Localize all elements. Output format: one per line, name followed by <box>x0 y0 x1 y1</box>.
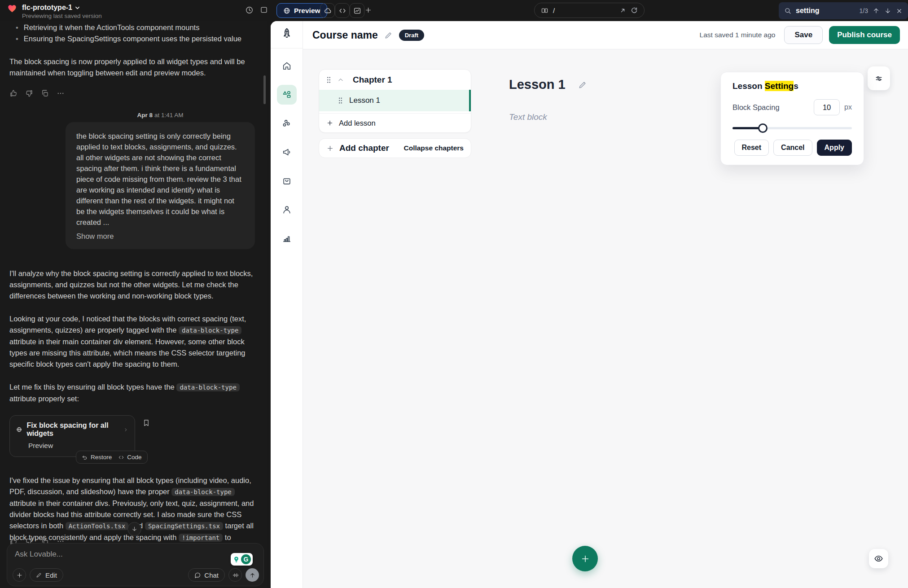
rail-item-home[interactable] <box>277 56 297 76</box>
chapter-row[interactable]: Chapter 1 <box>319 70 471 90</box>
settings-toggle-button[interactable] <box>868 66 890 90</box>
grammarly-widget[interactable]: G <box>231 553 253 566</box>
find-previous-icon[interactable] <box>873 7 880 14</box>
app-sidebar-rail <box>271 21 303 588</box>
rail-item-analytics[interactable] <box>277 228 297 248</box>
undo-icon <box>82 454 88 461</box>
find-close-icon[interactable] <box>896 8 903 14</box>
rail-item-community[interactable] <box>277 114 297 133</box>
collapse-chapter-icon[interactable] <box>338 77 344 83</box>
assistant-paragraph: Let me fix this by ensuring all block ty… <box>9 382 257 404</box>
thumbs-up-icon[interactable] <box>9 89 18 97</box>
chapter-card: Chapter 1 Lesson 1 Add lesson <box>319 69 471 133</box>
preview-toggle-button[interactable] <box>869 549 888 568</box>
rail-item-store[interactable] <box>277 171 297 191</box>
collapse-chapters-button[interactable]: Collapse chapters <box>404 144 464 152</box>
chat-scroll-area[interactable]: •Retrieving it when the ActionTools comp… <box>0 21 267 588</box>
publish-course-button[interactable]: Publish course <box>829 26 900 44</box>
drag-handle-icon[interactable] <box>326 76 331 83</box>
edit-lesson-title-icon[interactable] <box>578 80 587 89</box>
preview-button[interactable]: Preview <box>276 3 327 18</box>
new-tab-plus-icon[interactable] <box>364 6 372 16</box>
lesson-row-selected[interactable]: Lesson 1 <box>319 90 471 111</box>
rail-item-marketing[interactable] <box>277 142 297 162</box>
scroll-to-bottom-button[interactable] <box>127 522 141 536</box>
history-icon[interactable] <box>245 6 254 16</box>
block-spacing-slider[interactable] <box>733 123 852 132</box>
inline-code: data-block-type <box>171 488 234 496</box>
assistant-summary: The block spacing is now properly applie… <box>9 56 257 79</box>
chat-panel: •Retrieving it when the ActionTools comp… <box>0 21 267 588</box>
refresh-icon[interactable] <box>631 7 638 14</box>
url-path[interactable]: / <box>553 7 615 14</box>
bookmark-icon[interactable] <box>142 419 150 429</box>
project-menu[interactable]: flc-prototype-1 Previewing last saved ve… <box>7 4 102 19</box>
chevron-right-icon[interactable] <box>123 427 128 433</box>
course-title: Course name <box>312 29 378 41</box>
copy-icon[interactable] <box>41 89 49 97</box>
apply-button[interactable]: Apply <box>817 140 852 156</box>
edit-mode-button[interactable]: Edit <box>30 568 63 582</box>
project-status: Previewing last saved version <box>22 13 102 19</box>
cancel-button[interactable]: Cancel <box>773 140 812 156</box>
analytics-button[interactable] <box>350 3 364 18</box>
chat-input-placeholder[interactable]: Ask Lovable... <box>15 550 63 559</box>
find-next-icon[interactable] <box>884 7 891 14</box>
chat-mode-button[interactable]: Chat <box>188 568 225 582</box>
user-message-text: the block spacing setting is only correc… <box>76 131 244 228</box>
panel-title: Lesson Settings <box>733 81 852 91</box>
rail-item-content[interactable] <box>277 85 297 105</box>
code-view-button[interactable] <box>335 3 350 18</box>
status-badge: Draft <box>399 30 424 41</box>
inline-code: data-block-type <box>176 383 239 391</box>
add-lesson-button[interactable]: Add lesson <box>319 113 471 132</box>
find-input[interactable] <box>796 7 854 15</box>
block-spacing-label: Block Spacing <box>733 103 780 112</box>
drag-handle-icon[interactable] <box>338 97 343 104</box>
message-timestamp: Apr 8at 1:41 AM <box>66 112 255 118</box>
layout-panel-icon[interactable] <box>260 6 268 16</box>
restore-button[interactable]: Restore <box>82 454 112 461</box>
inline-code: SpacingSettings.tsx <box>145 522 223 530</box>
cloud-button[interactable] <box>320 3 335 18</box>
text-block-placeholder[interactable]: Text block <box>509 112 547 122</box>
selected-indicator <box>469 90 471 111</box>
rail-item-people[interactable] <box>277 200 297 219</box>
lesson-settings-panel: Lesson Settings Block Spacing px Reset C… <box>720 72 864 165</box>
arrow-down-icon <box>131 526 138 532</box>
save-button[interactable]: Save <box>784 26 823 44</box>
chat-scrollbar[interactable] <box>263 75 266 104</box>
more-options-icon[interactable] <box>57 89 65 97</box>
send-button[interactable] <box>246 568 259 582</box>
code-button[interactable]: Code <box>118 454 141 461</box>
voice-icon <box>232 572 239 579</box>
attach-button[interactable] <box>13 568 26 582</box>
rail-divider <box>271 48 303 48</box>
voice-input-button[interactable] <box>228 568 242 582</box>
assistant-paragraph: I'll analyze why the block spacing setti… <box>9 268 257 302</box>
spacing-slider-thumb[interactable] <box>758 123 768 133</box>
show-more-link[interactable]: Show more <box>76 232 114 241</box>
block-spacing-input[interactable] <box>814 99 840 115</box>
globe-icon <box>16 426 22 433</box>
plus-icon <box>580 554 590 564</box>
screen: flc-prototype-1 Previewing last saved ve… <box>0 0 908 588</box>
chevron-down-icon <box>75 5 80 10</box>
url-bar[interactable]: / <box>534 3 645 18</box>
edit-title-icon[interactable] <box>384 31 393 39</box>
code-icon <box>118 454 124 461</box>
add-block-fab[interactable] <box>572 546 598 571</box>
last-saved-text: Last saved 1 minute ago <box>700 31 776 39</box>
unit-label: px <box>844 103 852 111</box>
project-name[interactable]: flc-prototype-1 <box>22 4 72 12</box>
thumbs-down-icon[interactable] <box>25 89 33 97</box>
chat-composer[interactable]: Ask Lovable... G Edit Chat <box>7 543 264 586</box>
assistant-bullet-list: •Retrieving it when the ActionTools comp… <box>9 22 257 44</box>
inline-code: !important <box>179 534 223 542</box>
open-external-icon[interactable] <box>619 7 626 14</box>
add-chapter-button[interactable]: Add chapter <box>339 143 389 153</box>
circles-icon <box>282 118 292 128</box>
reset-button[interactable]: Reset <box>734 140 769 156</box>
user-message-bubble: the block spacing setting is only correc… <box>66 122 255 249</box>
version-card-wrap: Fix block spacing for all widgets Previe… <box>9 415 135 457</box>
